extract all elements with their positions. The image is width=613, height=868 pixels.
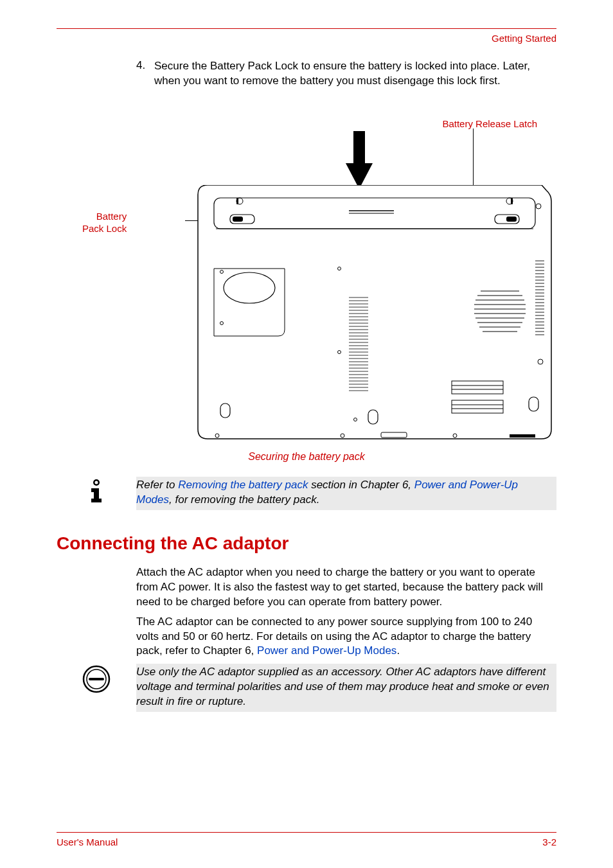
svg-rect-13 (511, 198, 513, 204)
footer-title: User's Manual (57, 837, 118, 847)
svg-rect-9 (236, 198, 238, 204)
paragraph-1: Attach the AC adaptor when you need to c… (136, 565, 556, 610)
link-power-modes-2[interactable]: Power and Power-Up Modes (257, 644, 396, 657)
link-removing-battery[interactable]: Removing the battery pack (178, 479, 308, 491)
laptop-bottom-diagram (195, 185, 555, 442)
step-4: 4. Secure the Battery Pack Lock to ensur… (136, 59, 556, 89)
svg-rect-0 (353, 131, 365, 163)
info-icon (85, 478, 108, 504)
svg-rect-11 (506, 217, 517, 222)
page-footer: User's Manual 3-2 (57, 832, 556, 847)
svg-rect-94 (368, 410, 378, 424)
step-number: 4. (136, 59, 154, 89)
svg-rect-106 (89, 678, 104, 680)
leader-line (473, 128, 474, 193)
caution-text: Use only the AC adaptor supplied as an a… (136, 664, 556, 712)
svg-rect-95 (529, 397, 538, 411)
callout-release-latch: Battery Release Latch (442, 118, 537, 129)
info-note: Refer to Removing the battery pack secti… (57, 477, 556, 510)
svg-point-103 (95, 481, 98, 484)
svg-rect-7 (233, 217, 243, 222)
paragraph-2: The AC adaptor can be connected to any p… (136, 615, 556, 659)
callout-pack-lock: Battery Pack Lock (82, 211, 127, 235)
step-text: Secure the Battery Pack Lock to ensure t… (154, 59, 556, 89)
header-section: Getting Started (57, 33, 556, 44)
svg-rect-100 (510, 434, 535, 438)
caution-icon (82, 665, 111, 693)
figure-caption: Securing the battery pack (57, 451, 556, 463)
svg-rect-93 (220, 403, 230, 418)
arrow-down-icon (346, 131, 373, 189)
note-text: Refer to Removing the battery pack secti… (136, 477, 556, 510)
heading-connecting-ac: Connecting the AC adaptor (57, 533, 556, 554)
figure-battery: Battery Release Latch Battery Pack Lock (57, 108, 556, 442)
caution-note: Use only the AC adaptor supplied as an a… (57, 664, 556, 712)
footer-page: 3-2 (542, 837, 556, 847)
